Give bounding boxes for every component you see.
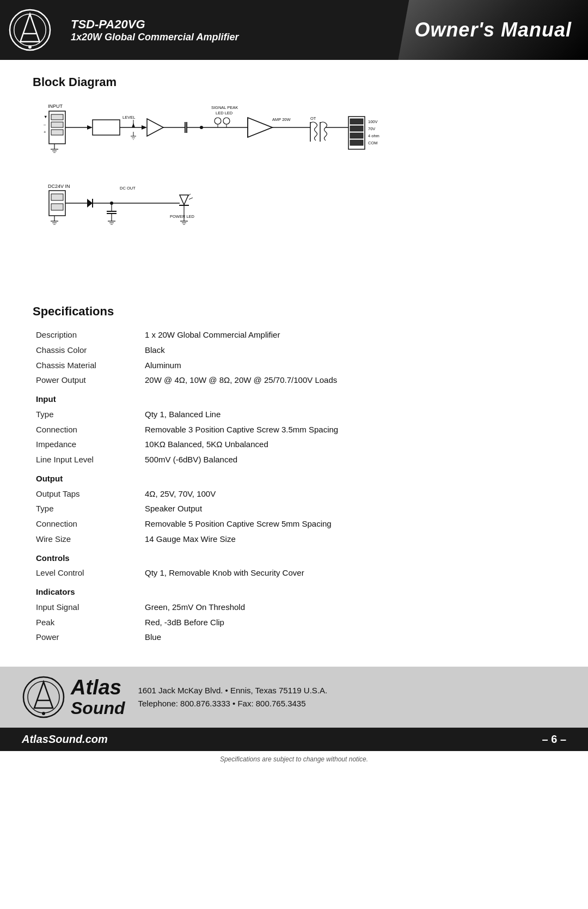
svg-text:OT: OT [310,116,316,121]
svg-text:70V: 70V [368,126,375,131]
spec-value: Removable 3 Position Captive Screw 3.5mm… [142,422,555,437]
spec-value: Aluminum [142,358,555,373]
svg-marker-67 [87,199,93,208]
svg-rect-50 [350,119,363,124]
footer-main: Atlas Sound 1601 Jack McKay Blvd. • Enni… [0,667,588,728]
spec-row: Input SignalGreen, 25mV On Threshold [33,600,555,615]
svg-marker-2 [20,14,39,42]
spec-value: Black [142,343,555,358]
atlas-logo-icon [9,9,51,51]
main-content: Block Diagram .diag { font-family: Arial… [0,60,588,645]
spec-label: Line Input Level [33,452,142,467]
spec-value: Red, -3dB Before Clip [142,615,555,630]
svg-text:+: + [44,130,46,135]
footer-disclaimer: Specifications are subject to change wit… [0,751,588,765]
spec-label: Connection [33,516,142,532]
svg-rect-8 [51,122,63,127]
footer-bottom: AtlasSound.com – 6 – [0,728,588,751]
spec-value: 14 Gauge Max Wire Size [142,532,555,547]
block-diagram-svg: .diag { font-family: Arial, sans-serif; … [33,98,555,283]
svg-text:–: – [44,122,46,127]
svg-rect-53 [350,140,363,145]
svg-text:LEVEL: LEVEL [122,115,135,120]
svg-rect-52 [350,133,363,138]
footer-brand-text: Atlas Sound [71,676,125,718]
model-name: TSD-PA20VG [71,17,387,32]
spec-section-header: Controls [33,547,555,566]
spec-value: 1 x 20W Global Commercial Amplifier [142,327,555,343]
spec-label: Chassis Color [33,343,142,358]
spec-label: Power Output [33,373,142,388]
footer-address-line2: Telephone: 800.876.3333 • Fax: 800.765.3… [138,697,328,710]
specifications-title: Specifications [33,304,555,319]
spec-section-header: Input [33,388,555,407]
spec-row: Description1 x 20W Global Commercial Amp… [33,327,555,343]
svg-text:DC24V IN: DC24V IN [48,184,70,189]
svg-point-37 [215,118,221,124]
svg-text:100V: 100V [368,119,378,124]
spec-row: PeakRed, -3dB Before Clip [33,615,555,630]
svg-marker-92 [34,682,53,708]
svg-text:AMP 20W: AMP 20W [272,117,291,122]
svg-rect-51 [350,126,363,131]
spec-row: Indicators [33,581,555,600]
svg-rect-9 [51,130,63,135]
page-header: TSD-PA20VG 1x20W Global Commercial Ampli… [0,0,588,60]
spec-label: Description [33,327,142,343]
spec-section-header: Indicators [33,581,555,600]
spec-row: Power Output20W @ 4Ω, 10W @ 8Ω, 20W @ 25… [33,373,555,388]
spec-row: Wire Size14 Gauge Max Wire Size [33,532,555,547]
svg-point-4 [28,45,32,48]
svg-marker-43 [248,118,272,137]
spec-value: Green, 25mV On Threshold [142,600,555,615]
svg-text:DC OUT: DC OUT [120,186,136,191]
block-diagram-title: Block Diagram [33,75,555,89]
svg-text:COM: COM [368,141,378,145]
spec-row: TypeQty 1, Balanced Line [33,407,555,422]
spec-row: Input [33,388,555,407]
spec-label: Power [33,630,142,645]
spec-row: Controls [33,547,555,566]
spec-label: Wire Size [33,532,142,547]
spec-label: Connection [33,422,142,437]
spec-label: Chassis Material [33,358,142,373]
spec-label: Input Signal [33,600,142,615]
svg-rect-61 [51,204,63,210]
svg-text:4 ohm: 4 ohm [368,133,379,138]
model-subtitle: 1x20W Global Commercial Amplifier [71,32,387,43]
svg-text:SIGNAL PEAK: SIGNAL PEAK [211,105,238,110]
footer-address-line1: 1601 Jack McKay Blvd. • Ennis, Texas 751… [138,684,328,697]
spec-value: 10KΩ Balanced, 5KΩ Unbalanced [142,437,555,452]
footer-website: AtlasSound.com [22,733,108,746]
svg-line-83 [189,198,193,199]
svg-text:INPUT: INPUT [48,103,63,109]
spec-value: Removable 5 Position Captive Screw 5mm S… [142,516,555,532]
specs-table: Description1 x 20W Global Commercial Amp… [33,327,555,645]
spec-row: PowerBlue [33,630,555,645]
footer-atlas-logo-icon [22,675,65,719]
block-diagram-section: Block Diagram .diag { font-family: Arial… [33,75,555,285]
svg-text:LED  LED: LED LED [216,111,233,115]
spec-value: Qty 1, Balanced Line [142,407,555,422]
svg-rect-7 [51,114,63,120]
owners-manual-banner: Owner's Manual [398,0,588,60]
spec-label: Level Control [33,565,142,581]
spec-row: Impedance10KΩ Balanced, 5KΩ Unbalanced [33,437,555,452]
footer-atlas-label: Atlas [71,676,125,699]
spec-value: 4Ω, 25V, 70V, 100V [142,486,555,502]
spec-value: Blue [142,630,555,645]
svg-rect-60 [51,194,63,200]
footer-page-number: – 6 – [542,733,566,746]
specifications-section: Specifications Description1 x 20W Global… [33,304,555,645]
svg-marker-80 [180,195,188,205]
spec-label: Impedance [33,437,142,452]
spec-value: 500mV (-6dBV) Balanced [142,452,555,467]
header-title-block: TSD-PA20VG 1x20W Global Commercial Ampli… [60,0,398,60]
spec-label: Peak [33,615,142,630]
footer-address: 1601 Jack McKay Blvd. • Ennis, Texas 751… [138,684,328,710]
spec-row: ConnectionRemovable 5 Position Captive S… [33,516,555,532]
footer-logo-area: Atlas Sound [22,675,125,719]
spec-row: ConnectionRemovable 3 Position Captive S… [33,422,555,437]
logo-area [0,0,60,60]
spec-row: Output [33,467,555,486]
